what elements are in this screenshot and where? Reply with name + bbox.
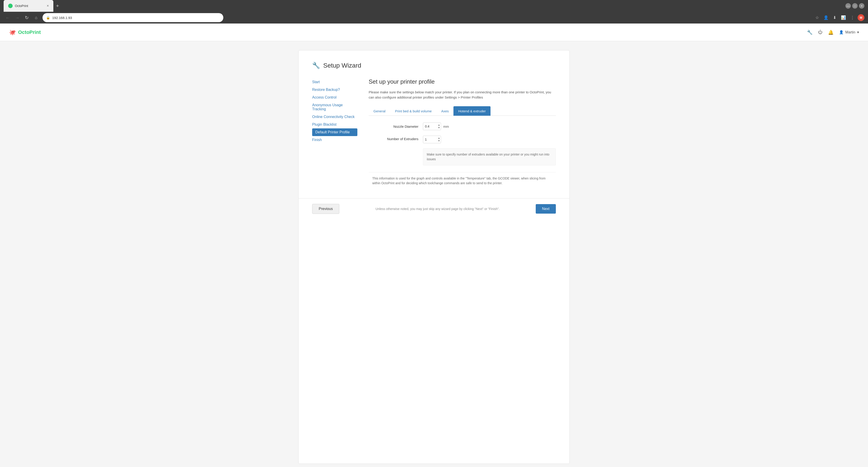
minimize-button[interactable]: — — [845, 3, 851, 8]
wizard-sidebar: Start Restore Backup? Access Control Ano… — [312, 78, 358, 189]
new-tab-button[interactable]: + — [53, 2, 62, 10]
nozzle-diameter-input-group: ▲ ▼ mm — [423, 123, 449, 130]
sidebar-item-connectivity-check[interactable]: Online Connectivity Check — [312, 113, 358, 121]
user-name: Martin — [845, 30, 855, 34]
forward-button[interactable]: → — [13, 13, 21, 22]
tab-axes[interactable]: Axes — [436, 106, 454, 116]
extruders-spinner-up[interactable]: ▲ — [437, 137, 440, 139]
extruders-spinner-arrows: ▲ ▼ — [437, 137, 440, 142]
browser-tab[interactable]: OctoPrint × — [4, 0, 53, 12]
app-header-right: 🔧 ⏻ 🔔 👤 Martin ▾ — [807, 30, 859, 35]
extruders-spinner: ▲ ▼ — [423, 136, 441, 143]
user-menu[interactable]: 👤 Martin ▾ — [839, 30, 859, 34]
previous-button[interactable]: Previous — [312, 204, 339, 214]
tab-title: OctoPrint — [15, 4, 28, 8]
nozzle-diameter-spinner: ▲ ▼ — [423, 123, 441, 130]
security-lock-icon: 🔒 — [46, 16, 50, 20]
user-profile-avatar[interactable]: M — [858, 14, 864, 21]
extruders-row: Number of Extruders ▲ ▼ Make sure — [369, 136, 556, 165]
sidebar-item-anonymous-usage[interactable]: Anonymous Usage Tracking — [312, 101, 358, 113]
browser-toolbar-right: ☆ 👤 ⬇ 📊 ⋮ M — [814, 14, 864, 22]
wizard-footer: Previous Unless otherwise noted, you may… — [299, 198, 569, 219]
nozzle-diameter-label: Nozzle Diameter — [369, 125, 418, 128]
tab-print-bed[interactable]: Print bed & build volume — [390, 106, 436, 116]
tab-close-button[interactable]: × — [47, 4, 49, 8]
tab-hotend[interactable]: Hotend & extruder — [454, 106, 491, 116]
step-title: Set up your printer profile — [369, 78, 556, 85]
sidebar-item-default-printer[interactable]: Default Printer Profile — [312, 128, 358, 136]
more-menu-icon[interactable]: ⋮ — [849, 14, 856, 22]
sidebar-item-finish[interactable]: Finish — [312, 136, 358, 144]
maximize-button[interactable]: □ — [852, 3, 858, 8]
browser-chrome: OctoPrint × + — □ × — [0, 0, 868, 12]
nav-controls: ← → ↻ ⌂ — [4, 13, 40, 22]
extruders-input-col: ▲ ▼ Make sure to specify number of extru… — [423, 136, 556, 165]
stats-icon[interactable]: 📊 — [839, 14, 847, 22]
bookmark-icon[interactable]: ☆ — [814, 14, 820, 22]
address-bar-row: ← → ↻ ⌂ 🔒 192.168.1.93 ☆ 👤 ⬇ 📊 ⋮ M — [0, 12, 868, 24]
next-button[interactable]: Next — [536, 204, 556, 214]
app-header: 🐙 OctoPrint 🔧 ⏻ 🔔 👤 Martin ▾ — [0, 24, 868, 41]
octoprint-logo-text: OctoPrint — [18, 29, 41, 35]
extruders-input-group: ▲ ▼ — [423, 136, 556, 143]
wizard-title-icon: 🔧 — [312, 62, 320, 69]
refresh-button[interactable]: ↻ — [23, 13, 31, 22]
sidebar-item-plugin-blacklist[interactable]: Plugin Blacklist — [312, 121, 358, 128]
tab-bar: OctoPrint × + — [4, 0, 62, 12]
extruders-help-text: Make sure to specify number of extruders… — [423, 148, 556, 165]
extruders-spinner-down[interactable]: ▼ — [437, 139, 440, 142]
power-icon[interactable]: ⏻ — [818, 30, 823, 35]
sidebar-item-access-control[interactable]: Access Control — [312, 94, 358, 101]
tab-favicon — [8, 4, 13, 8]
wizard-card: 🔧 Setup Wizard Start Restore Backup? Acc… — [298, 50, 569, 464]
user-icon: 👤 — [839, 30, 844, 34]
download-icon[interactable]: ⬇ — [832, 14, 838, 22]
octoprint-logo: 🐙 OctoPrint — [9, 29, 41, 35]
sidebar-item-restore-backup[interactable]: Restore Backup? — [312, 86, 358, 94]
close-button[interactable]: × — [859, 3, 864, 8]
home-button[interactable]: ⌂ — [32, 13, 40, 22]
bell-icon[interactable]: 🔔 — [828, 30, 834, 35]
wrench-icon[interactable]: 🔧 — [807, 30, 813, 35]
wizard-title-text: Setup Wizard — [323, 62, 361, 69]
user-dropdown-icon: ▾ — [857, 30, 859, 34]
octoprint-logo-icon: 🐙 — [9, 29, 16, 35]
nozzle-diameter-row: Nozzle Diameter ▲ ▼ mm — [369, 123, 556, 130]
wizard-main: Set up your printer profile Please make … — [369, 78, 556, 189]
address-bar[interactable]: 🔒 192.168.1.93 — [42, 13, 223, 22]
nozzle-spinner-up[interactable]: ▲ — [437, 124, 440, 126]
nozzle-spinner-arrows: ▲ ▼ — [437, 124, 440, 129]
nozzle-diameter-unit: mm — [443, 125, 449, 128]
address-text: 192.168.1.93 — [52, 16, 72, 20]
window-controls: — □ × — [845, 3, 864, 8]
sidebar-item-start[interactable]: Start — [312, 78, 358, 86]
profile-icon[interactable]: 👤 — [822, 14, 830, 22]
back-button[interactable]: ← — [4, 13, 12, 22]
footer-hint: Unless otherwise noted, you may just ski… — [339, 207, 536, 211]
extruders-label: Number of Extruders — [369, 136, 418, 141]
content-tabs: General Print bed & build volume Axes Ho… — [369, 106, 556, 116]
wizard-title: 🔧 Setup Wizard — [312, 62, 556, 69]
wizard-body: Start Restore Backup? Access Control Ano… — [312, 78, 556, 189]
tab-general[interactable]: General — [369, 106, 390, 116]
page-content: 🔧 Setup Wizard Start Restore Backup? Acc… — [0, 41, 868, 467]
nozzle-spinner-down[interactable]: ▼ — [437, 126, 440, 129]
step-info-text: This information is used for the graph a… — [369, 172, 556, 189]
step-description: Please make sure the settings below matc… — [369, 90, 556, 100]
